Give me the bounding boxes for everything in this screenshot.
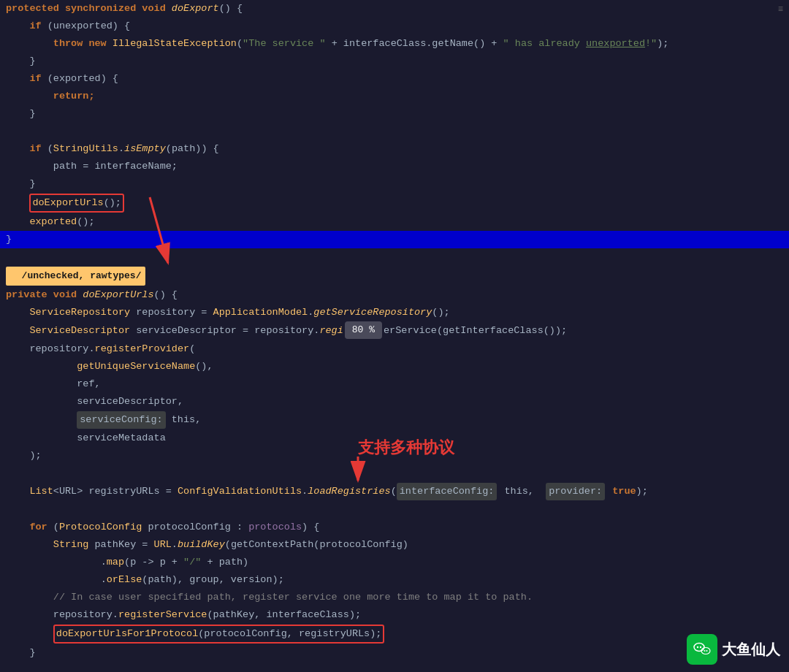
fn-regService: regi [319,323,343,339]
code-line-15 [0,248,789,266]
code-line-33: .orElse(path), group, version); [0,571,789,589]
code-line-30: for (ProtocolConfig protocolConfig : pro… [0,519,789,536]
fn-regProv: registerProvider [95,341,190,357]
svg-point-5 [700,646,701,648]
fn-buildKey: buildKey [178,537,225,553]
indent21 [6,359,77,375]
unexported-str: unexported [586,36,645,52]
keyword-private: private [6,287,53,303]
doExportUrls-box: doExportUrls(); [29,194,124,213]
indent25 [6,430,77,446]
fn-map: map [107,554,124,570]
scrollbar-indicator: ≡ [778,4,783,15]
keyword-if3: if [29,141,47,157]
this-val2: this, [498,484,546,500]
cls-confval: ConfigValidationUtils [178,484,302,500]
openparen28: ( [391,484,397,500]
indent33 [6,572,101,588]
indent [6,18,29,34]
cls-svcdesc: ServiceDescriptor [29,323,130,339]
str4: !" [645,36,657,52]
code-line-28: List<URL> registryURLs = ConfigValidatio… [0,482,789,501]
after-tooltip: erService(getInterfaceClass()); [384,323,567,339]
call21: (), [195,359,213,375]
ref-val: ref, [77,376,100,392]
dot-map: . [101,554,107,570]
cls-protocfg: ProtocolConfig [59,519,142,535]
orelse-args: (path), group, version); [142,572,283,588]
indent12 [6,195,29,211]
indent34 [6,589,53,606]
code-line-1: protected synchronized void doExport() { [0,0,789,18]
indent24 [6,412,77,428]
generic: <URL> [53,484,89,500]
fn-getUnique: getUniqueServiceName [77,359,195,375]
svg-point-8 [706,650,708,652]
code-line-23: serviceDescriptor, [0,393,789,411]
fn-getServiceRepo: getServiceRepository [313,305,432,321]
serviceconfig-box: serviceConfig: [77,411,165,429]
openparen20: ( [189,341,195,357]
keyword-if2: if [29,71,47,87]
lambda: (p -> p + [124,554,183,570]
code-line-31: String pathKey = URL.buildKey(getContext… [0,536,789,554]
indent22 [6,376,77,392]
call31: (getContextPath(protocolConfig) [225,537,408,553]
paren: () { [219,1,243,17]
code-line-36: doExportUrlsFor1Protocol(protocolConfig,… [0,624,789,644]
fn-doExport1P: doExportUrlsFor1Protocol [56,628,198,639]
keyword-if: if [29,18,47,34]
keyword-protected: protected [6,1,65,17]
indent37 [6,645,29,661]
svg-point-6 [701,648,710,654]
indent10 [6,159,53,175]
call17: () { [154,287,178,303]
str1: "The [243,36,272,52]
code-line-17: private void doExportUrls() { [0,286,789,304]
indent20 [6,341,29,357]
code-line-18: ServiceRepository repository = Applicati… [0,304,789,321]
fn-doExport: doExport [172,1,219,17]
cls-list: List [29,484,53,500]
true-val [606,484,612,500]
wechat-logo [692,639,712,660]
class-ise: IllegalStateException [113,36,237,52]
dot28: . [302,484,308,500]
code-line-4: } [0,53,789,70]
service-word: service [272,36,314,52]
call12: (); [104,197,121,208]
keyword-for: for [29,519,53,535]
regservice35: repository. [53,607,118,623]
indent36 [6,626,53,642]
indent31 [6,537,53,553]
code-line-35: repository.registerService(pathKey, inte… [0,606,789,624]
keyword-new: new [88,36,112,52]
cls-string: String [53,537,89,553]
keyword-throw: throw [53,36,89,52]
indent5 [6,71,29,87]
code-line-34: // In case user specified path, register… [0,589,789,606]
comment34: // In case user specified path, register… [53,589,533,606]
close26: ); [6,448,42,464]
brace14: } [6,232,12,248]
protocfg-var: protocolConfig : [142,519,248,535]
dot18: . [308,305,313,321]
call36: (protocolConfig, registryURLs); [198,628,381,639]
indent13 [6,214,29,230]
indent3 [6,36,53,52]
fn-regService2: registerService [118,607,207,623]
brace11: } [6,176,36,192]
keyword-return: return; [53,88,95,104]
code-line-10: path = interfaceName; [0,158,789,175]
indent4: } [6,53,36,69]
fn-loadReg: loadRegistries [308,484,390,500]
paren4: ); [657,36,668,52]
code-line-21: getUniqueServiceName(), [0,358,789,375]
doExportUrlsFor1Protocol-box: doExportUrlsFor1Protocol(protocolConfig,… [53,625,385,644]
dot31: . [172,537,178,553]
pathkey-var: pathKey = [88,537,153,553]
brace37: } [29,645,35,661]
repo-var: repository = [130,305,213,321]
fn-isEmpty: isEmpty [124,141,166,157]
paren2: (unexported) { [47,18,130,34]
